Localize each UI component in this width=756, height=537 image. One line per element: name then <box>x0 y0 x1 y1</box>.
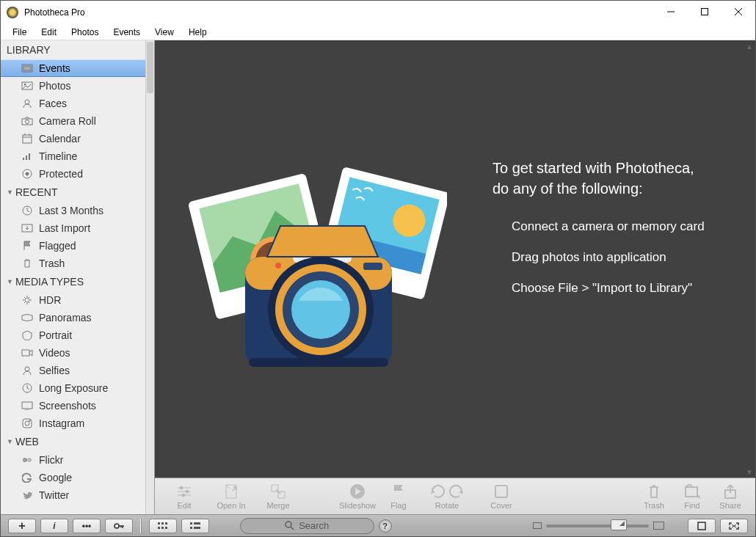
sidebar-item-google[interactable]: Google <box>1 469 145 486</box>
sidebar-item-last import[interactable]: Last Import <box>1 219 145 237</box>
share-button[interactable]: Share <box>714 483 746 510</box>
find-button[interactable]: Find <box>676 483 708 510</box>
sidebar-item-label: Google <box>39 472 72 483</box>
sidebar-item-videos[interactable]: Videos <box>1 344 145 362</box>
menu-photos[interactable]: Photos <box>64 26 106 39</box>
svg-rect-16 <box>26 156 27 160</box>
info-button[interactable]: i <box>40 519 68 533</box>
svg-rect-74 <box>194 527 200 529</box>
lock-button[interactable] <box>105 519 133 533</box>
sidebar-item-faces[interactable]: Faces <box>1 95 145 112</box>
help-button[interactable]: ? <box>379 519 392 533</box>
camera-icon <box>21 116 33 126</box>
sidebar-item-instagram[interactable]: Instagram <box>1 414 145 432</box>
sidebar-item-label: Twitter <box>39 489 69 501</box>
timeline-icon <box>21 151 33 161</box>
sidebar-item-panoramas[interactable]: Panoramas <box>1 309 145 326</box>
rotate-button[interactable]: Rotate <box>419 483 475 510</box>
svg-rect-72 <box>194 522 200 525</box>
menu-view[interactable]: View <box>148 26 181 39</box>
pano-icon <box>21 313 33 323</box>
maximize-button[interactable] <box>688 1 722 23</box>
minimize-button[interactable] <box>654 1 688 23</box>
main-area: To get started with Phototheca,do any of… <box>155 40 755 514</box>
sidebar-item-long exposure[interactable]: Long Exposure <box>1 379 145 397</box>
sidebar-item-last 3 months[interactable]: Last 3 Months <box>1 202 145 219</box>
welcome-option-2: Drag photos into application <box>512 250 705 265</box>
welcome-text: To get started with Phototheca,do any of… <box>493 158 705 312</box>
sidebar-item-screenshots[interactable]: Screenshots <box>1 397 145 414</box>
svg-rect-17 <box>29 153 30 160</box>
menu-events[interactable]: Events <box>106 26 148 39</box>
sidebar-header-web[interactable]: ▼WEB <box>1 432 145 451</box>
svg-point-22 <box>25 298 29 302</box>
view-list-button[interactable] <box>181 519 209 533</box>
flag-button[interactable]: Flag <box>384 483 413 510</box>
sidebar-item-label: HDR <box>39 294 61 306</box>
svg-rect-70 <box>165 527 167 529</box>
portrait-icon <box>21 330 33 340</box>
sidebar-item-timeline[interactable]: Timeline <box>1 147 145 165</box>
svg-rect-62 <box>686 487 697 497</box>
sidebar-item-calendar[interactable]: Calendar <box>1 130 145 147</box>
sidebar-header-library[interactable]: LIBRARY <box>1 40 145 59</box>
view-grid-button[interactable] <box>149 519 177 533</box>
sidebar-item-flickr[interactable]: Flickr <box>1 451 145 469</box>
zoom-small-icon <box>533 522 542 529</box>
google-icon <box>21 472 33 483</box>
cover-button[interactable]: Cover <box>481 483 522 510</box>
sidebar-item-label: Flagged <box>39 240 76 252</box>
sidebar-item-label: Instagram <box>39 417 84 429</box>
sidebar-item-camera roll[interactable]: Camera Roll <box>1 112 145 130</box>
trash-icon <box>21 258 33 268</box>
svg-rect-77 <box>698 522 705 530</box>
sidebar: LIBRARYEventsPhotosFacesCamera RollCalen… <box>1 40 155 514</box>
import-icon <box>21 223 33 233</box>
single-view-button[interactable] <box>688 519 716 533</box>
sidebar-item-portrait[interactable]: Portrait <box>1 326 145 344</box>
selfie-icon <box>21 365 33 376</box>
separator <box>140 519 142 533</box>
sidebar-scrollbar[interactable] <box>145 40 154 514</box>
twitter-icon <box>21 490 33 500</box>
sidebar-item-selfies[interactable]: Selfies <box>1 362 145 379</box>
sidebar-item-label: Screenshots <box>39 400 96 412</box>
svg-rect-66 <box>161 522 164 525</box>
sidebar-item-twitter[interactable]: Twitter <box>1 486 145 504</box>
svg-rect-68 <box>158 527 160 529</box>
add-button[interactable]: + <box>8 519 36 533</box>
svg-point-7 <box>24 84 26 85</box>
app-logo-icon <box>7 7 18 18</box>
main-scrollbar[interactable]: ▲▼ <box>744 40 755 478</box>
svg-point-29 <box>25 421 29 425</box>
trash-button[interactable]: Trash <box>638 483 670 510</box>
sidebar-item-protected[interactable]: Protected <box>1 165 145 183</box>
fullscreen-button[interactable] <box>720 519 748 533</box>
edit-button[interactable]: Edit <box>164 483 205 510</box>
screen-icon <box>21 401 33 411</box>
svg-line-76 <box>291 527 294 530</box>
sidebar-item-label: Protected <box>39 168 83 180</box>
sidebar-item-flagged[interactable]: Flagged <box>1 237 145 255</box>
menu-file[interactable]: File <box>5 26 34 39</box>
sidebar-item-photos[interactable]: Photos <box>1 77 145 95</box>
sidebar-header-media[interactable]: ▼MEDIA TYPES <box>1 272 145 291</box>
sidebar-item-trash[interactable]: Trash <box>1 255 145 272</box>
menu-help[interactable]: Help <box>181 26 214 39</box>
close-button[interactable] <box>722 1 755 23</box>
svg-point-75 <box>286 522 291 527</box>
sidebar-item-hdr[interactable]: HDR <box>1 291 145 309</box>
open-in-button[interactable]: Open In <box>211 483 252 510</box>
zoom-slider[interactable] <box>546 525 649 527</box>
sidebar-item-events[interactable]: Events <box>1 59 145 77</box>
menu-edit[interactable]: Edit <box>34 26 64 39</box>
sidebar-header-recent[interactable]: ▼RECENT <box>1 183 145 202</box>
search-input[interactable]: Search <box>240 518 374 534</box>
slideshow-button[interactable]: Slideshow <box>337 483 378 510</box>
svg-rect-71 <box>190 522 192 525</box>
long-icon <box>21 383 33 393</box>
more-button[interactable]: ••• <box>73 519 101 533</box>
svg-rect-65 <box>158 522 160 525</box>
merge-button[interactable]: Merge <box>258 483 299 510</box>
svg-point-31 <box>23 458 27 462</box>
